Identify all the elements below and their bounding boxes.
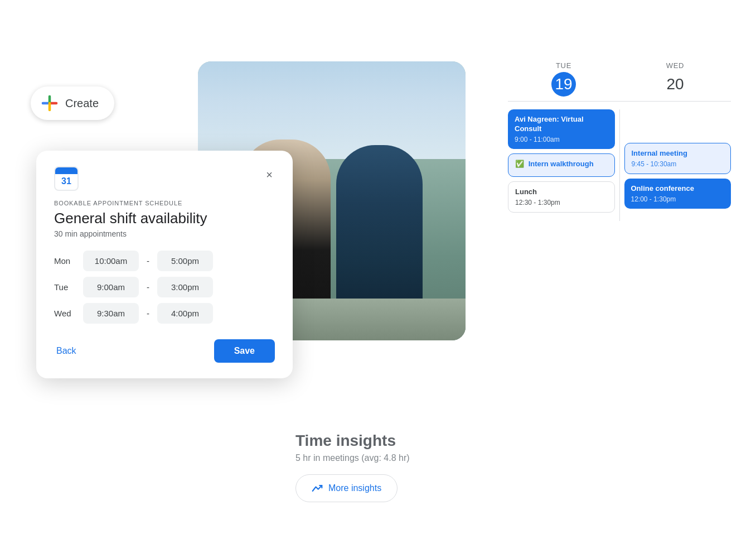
events-area: Avi Nagreen: Virtual Consult 9:00 - 11:0… (508, 107, 731, 221)
schedule-rows: Mon 10:00am - 5:00pm Tue 9:00am - 3:00pm… (54, 251, 275, 324)
insights-subtitle: 5 hr in meetings (avg: 4.8 hr) (295, 453, 410, 463)
calendar-divider (508, 101, 731, 102)
insights-title: Time insights (295, 432, 410, 450)
create-label: Create (65, 97, 99, 110)
event-card-virtual-consult[interactable]: Avi Nagreen: Virtual Consult 9:00 - 11:0… (508, 109, 615, 149)
save-button[interactable]: Save (214, 339, 275, 363)
google-calendar-icon: 31 (54, 166, 79, 191)
start-time-mon[interactable]: 10:00am (83, 251, 139, 271)
time-insights: Time insights 5 hr in meetings (avg: 4.8… (295, 432, 410, 502)
dash-wed: - (147, 309, 149, 318)
tue-header: TUE 19 (508, 61, 619, 101)
tue-number: 19 (551, 72, 576, 97)
google-plus-icon (41, 94, 59, 112)
calendar-days-header: TUE 19 WED 20 (508, 61, 731, 101)
tue-events: Avi Nagreen: Virtual Consult 9:00 - 11:0… (508, 109, 615, 213)
event-title: Online conference (631, 184, 725, 194)
trend-icon (312, 483, 323, 494)
tue-name: TUE (508, 61, 619, 70)
schedule-row-tue: Tue 9:00am - 3:00pm (54, 277, 275, 297)
dialog-actions: Back Save (54, 339, 275, 363)
end-time-wed[interactable]: 4:00pm (157, 303, 213, 324)
day-tue: Tue (54, 282, 75, 292)
appointment-dialog: 31 × BOOKABLE APPOINTMENT SCHEDULE Gener… (36, 151, 293, 378)
calendar-col-wed: WED 20 (619, 61, 731, 101)
event-title: Avi Nagreen: Virtual Consult (515, 115, 608, 134)
close-button[interactable]: × (264, 166, 275, 184)
end-time-tue[interactable]: 3:00pm (157, 277, 213, 297)
more-insights-button[interactable]: More insights (295, 474, 398, 502)
event-title: ✅ Intern walkthrough (515, 160, 608, 169)
wed-name: WED (619, 61, 731, 70)
event-card-online-conference[interactable]: Online conference 12:00 - 1:30pm (624, 179, 731, 209)
end-time-mon[interactable]: 5:00pm (157, 251, 213, 271)
check-circle-icon: ✅ (515, 160, 524, 169)
calendar-col-tue: TUE 19 (508, 61, 619, 101)
event-title: Lunch (515, 187, 608, 197)
column-divider (619, 109, 620, 221)
calendar-view: TUE 19 WED 20 Avi Nagreen: Virtual Consu… (508, 61, 731, 221)
schedule-row-mon: Mon 10:00am - 5:00pm (54, 251, 275, 271)
create-button[interactable]: Create (31, 86, 114, 120)
start-time-wed[interactable]: 9:30am (83, 303, 139, 324)
wed-number: 20 (663, 72, 687, 97)
event-title: Internal meeting (632, 149, 724, 158)
wed-events: Internal meeting 9:45 - 10:30am Online c… (624, 109, 731, 209)
more-insights-label: More insights (328, 483, 381, 493)
event-card-intern-walkthrough[interactable]: ✅ Intern walkthrough (508, 153, 615, 177)
dialog-title: General shift availability (54, 210, 275, 227)
event-time: 12:30 - 1:30pm (515, 199, 608, 206)
dialog-label: BOOKABLE APPOINTMENT SCHEDULE (54, 200, 275, 206)
dash-mon: - (147, 256, 149, 266)
event-time: 9:00 - 11:00am (515, 136, 608, 143)
day-wed: Wed (54, 309, 75, 318)
dialog-subtitle: 30 min appointments (54, 229, 275, 238)
start-time-tue[interactable]: 9:00am (83, 277, 139, 297)
event-card-internal-meeting[interactable]: Internal meeting 9:45 - 10:30am (624, 143, 731, 174)
back-button[interactable]: Back (54, 340, 79, 362)
event-time: 12:00 - 1:30pm (631, 195, 725, 203)
event-time: 9:45 - 10:30am (632, 160, 724, 168)
dash-tue: - (147, 282, 149, 292)
event-card-lunch[interactable]: Lunch 12:30 - 1:30pm (508, 181, 615, 213)
schedule-row-wed: Wed 9:30am - 4:00pm (54, 303, 275, 324)
day-mon: Mon (54, 256, 75, 266)
wed-header: WED 20 (619, 61, 731, 101)
